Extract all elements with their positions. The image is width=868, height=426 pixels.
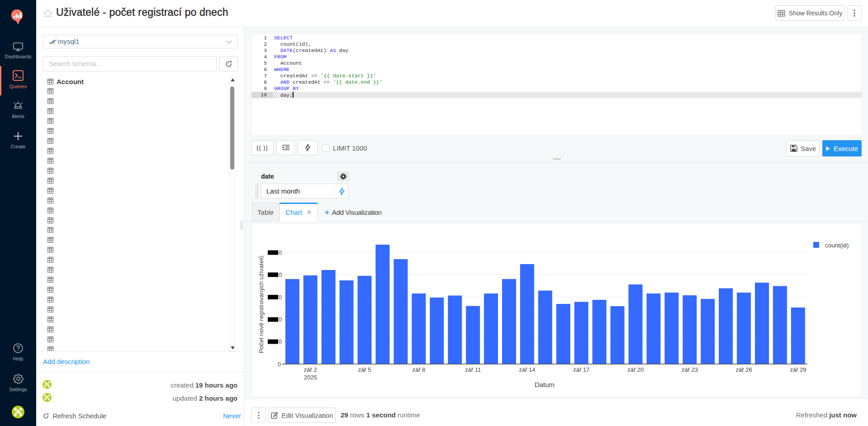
svg-text:0: 0 (279, 272, 282, 278)
svg-text:zář 23: zář 23 (682, 366, 698, 373)
svg-text:zář 29: zář 29 (790, 366, 806, 373)
svg-text:0: 0 (279, 339, 282, 345)
svg-text:zář 11: zář 11 (465, 366, 481, 373)
svg-text:Počet nově registrovaných uživ: Počet nově registrovaných uživatelů (258, 256, 265, 353)
svg-text:zář 17: zář 17 (573, 366, 589, 373)
svg-text:zář 14: zář 14 (519, 366, 535, 373)
svg-text:zář 20: zář 20 (627, 366, 644, 373)
svg-text:zář 5: zář 5 (358, 366, 371, 373)
svg-text:Datum: Datum (535, 381, 555, 388)
svg-text:0: 0 (279, 294, 282, 301)
svg-text:0: 0 (279, 250, 282, 256)
svg-text:zář 8: zář 8 (412, 366, 425, 373)
svg-text:0: 0 (278, 361, 281, 368)
svg-text:zář 2: zář 2 (304, 366, 317, 373)
svg-text:zář 26: zář 26 (736, 366, 752, 373)
svg-text:count(id): count(id) (825, 242, 849, 249)
svg-text:2025: 2025 (304, 374, 317, 381)
svg-text:0: 0 (279, 317, 282, 323)
